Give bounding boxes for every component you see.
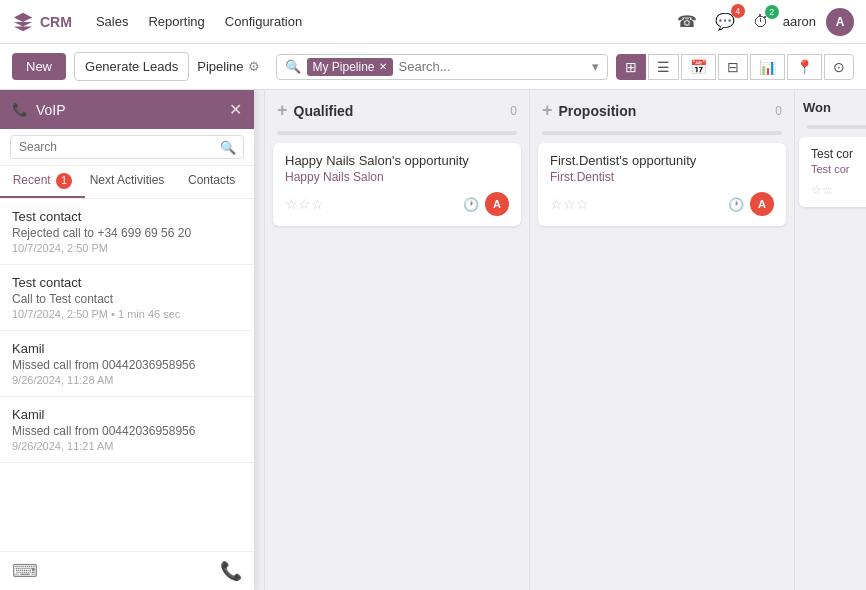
kanban-card[interactable]: First.Dentist's opportunity First.Dentis… — [538, 143, 786, 226]
voip-close-button[interactable]: ✕ — [229, 100, 242, 119]
voip-tab-next-activities[interactable]: Next Activities — [85, 166, 170, 198]
add-card-proposition-button[interactable]: + — [542, 100, 553, 121]
kanban-board: 📞 VoIP ✕ 🔍 Recent 1 Next Activities Cont… — [0, 90, 866, 590]
generate-leads-button[interactable]: Generate Leads — [74, 52, 189, 81]
card-title: Test cor — [811, 147, 866, 161]
recent-badge: 1 — [56, 173, 72, 189]
phone-icon: ☎ — [677, 13, 697, 30]
voip-items-list: Test contact Rejected call to +34 699 69… — [0, 199, 254, 551]
main-toolbar: New Generate Leads Pipeline ⚙ 🔍 My Pipel… — [0, 44, 866, 90]
card-icons: 🕐 A — [728, 192, 774, 216]
voip-search-container: 🔍 — [0, 129, 254, 166]
voip-item-time: 10/7/2024, 2:50 PM • 1 min 46 sec — [12, 308, 242, 320]
column-progress-won — [807, 125, 866, 129]
top-navigation: CRM Sales Reporting Configuration ☎ 💬 4 … — [0, 0, 866, 44]
search-input[interactable] — [399, 59, 586, 74]
call-icon[interactable]: 📞 — [220, 560, 242, 582]
filter-tag-my-pipeline[interactable]: My Pipeline ✕ — [307, 58, 393, 76]
voip-header: 📞 VoIP ✕ — [0, 90, 254, 129]
voip-footer: ⌨ 📞 — [0, 551, 254, 590]
crm-logo-icon — [12, 11, 34, 33]
card-title: Happy Nails Salon's opportunity — [285, 153, 509, 168]
phone-icon-btn[interactable]: ☎ — [673, 8, 701, 35]
voip-search-icon: 🔍 — [220, 140, 236, 155]
map-view-button[interactable]: 📍 — [787, 54, 822, 80]
column-title-won: Won — [803, 100, 831, 115]
avatar[interactable]: A — [826, 8, 854, 36]
pipeline-label: Pipeline ⚙ — [197, 59, 259, 74]
voip-item-desc: Rejected call to +34 699 69 56 20 — [12, 226, 242, 240]
card-stars: ☆☆☆ — [285, 196, 324, 212]
chart-view-button[interactable]: 📊 — [750, 54, 785, 80]
kanban-card[interactable]: Test cor Test cor ☆☆ — [799, 137, 866, 207]
voip-item-name: Test contact — [12, 209, 242, 224]
calendar-view-button[interactable]: 📅 — [681, 54, 716, 80]
column-count-proposition: 0 — [775, 104, 782, 118]
voip-item-time: 9/26/2024, 11:28 AM — [12, 374, 242, 386]
card-company: Happy Nails Salon — [285, 170, 509, 184]
card-title: First.Dentist's opportunity — [550, 153, 774, 168]
keyboard-icon[interactable]: ⌨ — [12, 560, 38, 582]
voip-item-desc: Missed call from 00442036958956 — [12, 358, 242, 372]
card-avatar: A — [485, 192, 509, 216]
voip-tabs: Recent 1 Next Activities Contacts — [0, 166, 254, 199]
column-progress-qualified — [277, 131, 517, 135]
voip-item-name: Kamil — [12, 341, 242, 356]
card-footer: ☆☆☆ 🕐 A — [285, 192, 509, 216]
column-cards-won: Test cor Test cor ☆☆ — [795, 137, 866, 590]
chat-icon-btn[interactable]: 💬 4 — [711, 8, 739, 35]
timer-icon-btn[interactable]: ⏱ 2 — [749, 9, 773, 35]
nav-sales[interactable]: Sales — [88, 10, 137, 33]
voip-list-item[interactable]: Kamil Missed call from 00442036958956 9/… — [0, 397, 254, 463]
kanban-card[interactable]: Happy Nails Salon's opportunity Happy Na… — [273, 143, 521, 226]
pipeline-gear-icon[interactable]: ⚙ — [248, 59, 260, 74]
main-nav: Sales Reporting Configuration — [88, 10, 310, 33]
voip-tab-recent[interactable]: Recent 1 — [0, 166, 85, 198]
column-progress-proposition — [542, 131, 782, 135]
card-stars: ☆☆ — [811, 183, 833, 197]
voip-tab-contacts[interactable]: Contacts — [169, 166, 254, 198]
settings-view-button[interactable]: ⊙ — [824, 54, 854, 80]
card-company: Test cor — [811, 163, 866, 175]
voip-item-desc: Missed call from 00442036958956 — [12, 424, 242, 438]
list-view-button[interactable]: ☰ — [648, 54, 679, 80]
voip-item-name: Kamil — [12, 407, 242, 422]
voip-title: VoIP — [36, 102, 221, 118]
nav-reporting[interactable]: Reporting — [140, 10, 212, 33]
nav-right-section: ☎ 💬 4 ⏱ 2 aaron A — [673, 8, 854, 36]
card-footer: ☆☆☆ 🕐 A — [550, 192, 774, 216]
chat-badge: 4 — [731, 4, 745, 18]
table-view-button[interactable]: ⊟ — [718, 54, 748, 80]
add-card-qualified-button[interactable]: + — [277, 100, 288, 121]
kanban-column-qualified: + Qualified 0 Happy Nails Salon's opport… — [265, 90, 530, 590]
clock-icon: 🕐 — [728, 197, 744, 212]
search-icon: 🔍 — [285, 59, 301, 74]
filter-tag-close-icon[interactable]: ✕ — [379, 61, 387, 72]
card-company: First.Dentist — [550, 170, 774, 184]
voip-item-name: Test contact — [12, 275, 242, 290]
voip-list-item[interactable]: Kamil Missed call from 00442036958956 9/… — [0, 331, 254, 397]
card-stars: ☆☆☆ — [550, 196, 589, 212]
new-button[interactable]: New — [12, 53, 66, 80]
voip-list-item[interactable]: Test contact Rejected call to +34 699 69… — [0, 199, 254, 265]
column-header-won: Won — [795, 90, 866, 125]
search-dropdown-icon[interactable]: ▾ — [592, 59, 599, 74]
voip-item-desc: Call to Test contact — [12, 292, 242, 306]
kanban-column-won: Won Test cor Test cor ☆☆ — [795, 90, 866, 590]
kanban-column-proposition: + Proposition 0 First.Dentist's opportun… — [530, 90, 795, 590]
voip-list-item[interactable]: Test contact Call to Test contact 10/7/2… — [0, 265, 254, 331]
nav-configuration[interactable]: Configuration — [217, 10, 310, 33]
column-header-qualified: + Qualified 0 — [265, 90, 529, 131]
clock-icon: 🕐 — [463, 197, 479, 212]
card-icons: 🕐 A — [463, 192, 509, 216]
card-footer: ☆☆ — [811, 183, 866, 197]
app-logo[interactable]: CRM — [12, 11, 72, 33]
voip-panel: 📞 VoIP ✕ 🔍 Recent 1 Next Activities Cont… — [0, 90, 255, 590]
kanban-view-button[interactable]: ⊞ — [616, 54, 646, 80]
voip-search-input[interactable] — [10, 135, 244, 159]
voip-item-time: 10/7/2024, 2:50 PM — [12, 242, 242, 254]
column-header-proposition: + Proposition 0 — [530, 90, 794, 131]
voip-phone-icon: 📞 — [12, 102, 28, 117]
timer-badge: 2 — [765, 5, 779, 19]
view-switcher: ⊞ ☰ 📅 ⊟ 📊 📍 ⊙ — [616, 54, 854, 80]
